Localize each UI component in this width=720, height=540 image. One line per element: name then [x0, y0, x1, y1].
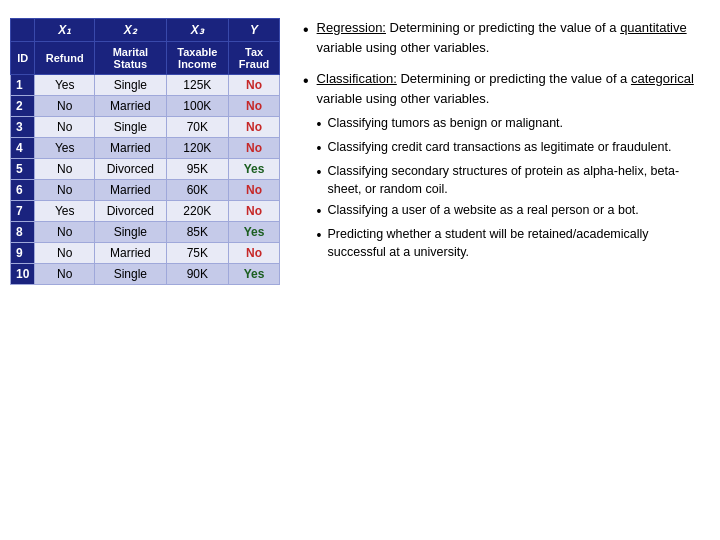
table-row: 7YesDivorced220KNo [11, 201, 280, 222]
data-table-panel: X₁ X₂ X₃ Y ID Refund MaritalStatus Taxab… [10, 18, 280, 285]
cell-income: 75K [166, 243, 229, 264]
cell-marital: Married [95, 180, 166, 201]
header-x3: X₃ [166, 19, 229, 42]
sub-bullet-3: • Classifying secondary structures of pr… [317, 162, 710, 198]
cell-fraud: No [229, 201, 280, 222]
cell-refund: No [35, 159, 95, 180]
subheader-marital: MaritalStatus [95, 42, 166, 75]
cell-fraud: No [229, 75, 280, 96]
cell-id: 1 [11, 75, 35, 96]
sub-bullet-dot-1: • [317, 114, 322, 135]
cell-fraud: No [229, 243, 280, 264]
cell-refund: No [35, 117, 95, 138]
sub-bullet-text-1: Classifying tumors as benign or malignan… [328, 114, 710, 132]
cell-marital: Single [95, 222, 166, 243]
cell-refund: No [35, 264, 95, 285]
cell-marital: Divorced [95, 201, 166, 222]
cell-id: 3 [11, 117, 35, 138]
content-panel: • Regression: Determining or predicting … [298, 18, 710, 277]
subheader-fraud: TaxFraud [229, 42, 280, 75]
subheader-income: TaxableIncome [166, 42, 229, 75]
cell-refund: Yes [35, 75, 95, 96]
classification-label: Classification: [317, 71, 397, 86]
cell-id: 5 [11, 159, 35, 180]
cell-income: 95K [166, 159, 229, 180]
cell-marital: Single [95, 264, 166, 285]
cell-id: 6 [11, 180, 35, 201]
classification-block: • Classification: Determining or predict… [303, 69, 710, 265]
sub-bullet-dot-2: • [317, 138, 322, 159]
table-row: 5NoDivorced95KYes [11, 159, 280, 180]
sub-bullet-1: • Classifying tumors as benign or malign… [317, 114, 710, 135]
table-row: 4YesMarried120KNo [11, 138, 280, 159]
cell-refund: Yes [35, 201, 95, 222]
cell-income: 120K [166, 138, 229, 159]
sub-bullet-5: • Predicting whether a student will be r… [317, 225, 710, 261]
sub-bullet-2: • Classifying credit card transactions a… [317, 138, 710, 159]
cell-income: 220K [166, 201, 229, 222]
cell-fraud: No [229, 138, 280, 159]
cell-refund: No [35, 222, 95, 243]
cell-id: 4 [11, 138, 35, 159]
cell-fraud: Yes [229, 222, 280, 243]
cell-marital: Married [95, 243, 166, 264]
table-row: 8NoSingle85KYes [11, 222, 280, 243]
cell-id: 8 [11, 222, 35, 243]
cell-income: 70K [166, 117, 229, 138]
sub-bullet-text-5: Predicting whether a student will be ret… [328, 225, 710, 261]
cell-refund: No [35, 243, 95, 264]
cell-income: 85K [166, 222, 229, 243]
table-row: 6NoMarried60KNo [11, 180, 280, 201]
cell-id: 7 [11, 201, 35, 222]
regression-bullet: • [303, 20, 309, 41]
table-row: 9NoMarried75KNo [11, 243, 280, 264]
table-row: 1YesSingle125KNo [11, 75, 280, 96]
data-table: X₁ X₂ X₃ Y ID Refund MaritalStatus Taxab… [10, 18, 280, 285]
cell-refund: No [35, 180, 95, 201]
cell-id: 10 [11, 264, 35, 285]
header-id [11, 19, 35, 42]
sub-bullet-dot-4: • [317, 201, 322, 222]
header-x2: X₂ [95, 19, 166, 42]
cell-refund: Yes [35, 138, 95, 159]
sub-bullets-list: • Classifying tumors as benign or malign… [317, 114, 710, 262]
subheader-id: ID [11, 42, 35, 75]
cell-refund: No [35, 96, 95, 117]
sub-bullet-text-4: Classifying a user of a website as a rea… [328, 201, 710, 219]
cell-marital: Married [95, 138, 166, 159]
classification-bullet: • [303, 71, 309, 92]
regression-block: • Regression: Determining or predicting … [303, 18, 710, 57]
cell-marital: Single [95, 117, 166, 138]
table-row: 3NoSingle70KNo [11, 117, 280, 138]
cell-fraud: No [229, 117, 280, 138]
cell-marital: Married [95, 96, 166, 117]
cell-fraud: No [229, 180, 280, 201]
cell-marital: Divorced [95, 159, 166, 180]
regression-text: Regression: Determining or predicting th… [317, 18, 710, 57]
cell-income: 60K [166, 180, 229, 201]
cell-fraud: Yes [229, 264, 280, 285]
cell-marital: Single [95, 75, 166, 96]
sub-bullet-text-2: Classifying credit card transactions as … [328, 138, 710, 156]
sub-bullet-text-3: Classifying secondary structures of prot… [328, 162, 710, 198]
cell-id: 9 [11, 243, 35, 264]
cell-id: 2 [11, 96, 35, 117]
sub-bullet-dot-5: • [317, 225, 322, 246]
header-y: Y [229, 19, 280, 42]
cell-income: 125K [166, 75, 229, 96]
sub-bullet-4: • Classifying a user of a website as a r… [317, 201, 710, 222]
header-x1: X₁ [35, 19, 95, 42]
cell-fraud: Yes [229, 159, 280, 180]
regression-label: Regression: [317, 20, 386, 35]
cell-income: 100K [166, 96, 229, 117]
cell-fraud: No [229, 96, 280, 117]
classification-text: Classification: Determining or predictin… [317, 69, 710, 265]
table-row: 2NoMarried100KNo [11, 96, 280, 117]
subheader-refund: Refund [35, 42, 95, 75]
table-row: 10NoSingle90KYes [11, 264, 280, 285]
cell-income: 90K [166, 264, 229, 285]
sub-bullet-dot-3: • [317, 162, 322, 183]
